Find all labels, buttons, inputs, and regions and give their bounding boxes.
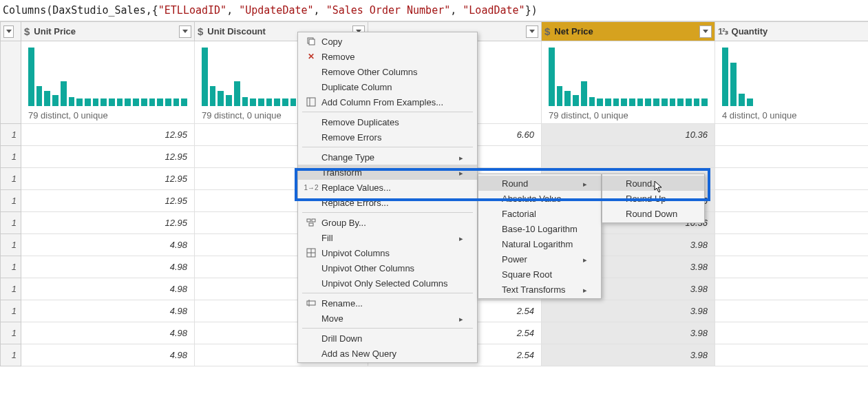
cell[interactable]: 1 [1,190,21,212]
menu-item-round[interactable]: Round... [602,176,704,191]
cell[interactable] [715,212,869,234]
transform-submenu[interactable]: RoundAbsolute ValueFactorialBase-10 Loga… [478,174,602,299]
formula-bar[interactable]: Columns(DaxStudio_Sales,{"ETLLoadID", "U… [0,0,868,21]
row-header-corner[interactable] [1,22,21,41]
menu-item-transform[interactable]: Transform [298,165,477,180]
menu-item-replace-errors[interactable]: Replace Errors... [298,195,477,210]
cell[interactable] [715,322,869,344]
integer-type-icon [718,26,728,37]
svg-rect-4 [307,219,310,222]
cell[interactable]: 4.98 [21,300,195,322]
cell[interactable] [715,300,869,322]
menu-item-square-root[interactable]: Square Root [478,267,601,282]
cell[interactable]: 12.95 [21,212,195,234]
copy-icon [304,37,319,46]
cell[interactable] [715,124,869,146]
menu-item-natural-logarithm[interactable]: Natural Logarithm [478,236,601,251]
menu-item-remove-errors[interactable]: Remove Errors [298,129,477,145]
round-submenu[interactable]: Round...Round UpRound Down [602,174,705,223]
cell[interactable]: 1 [1,300,21,322]
cell[interactable] [715,190,869,212]
cell[interactable]: 1 [1,124,21,146]
cell[interactable]: 1 [1,344,21,366]
column-header-net-price[interactable]: Net Price [542,22,715,41]
menu-item-label: Factorial [499,209,587,219]
menu-item-remove-duplicates[interactable]: Remove Duplicates [298,114,477,129]
menu-item-replace-values[interactable]: 1→2Replace Values... [298,180,477,195]
cell[interactable]: 1 [1,168,21,190]
submenu-arrow-icon [459,313,463,324]
column-filter-dropdown[interactable] [699,25,712,38]
cell[interactable]: 4.98 [21,256,195,278]
cell[interactable]: 4.98 [21,278,195,300]
cell[interactable]: 12.95 [21,124,195,146]
menu-item-label: Square Root [499,269,587,280]
menu-item-move[interactable]: Move [298,311,477,326]
cell[interactable]: 1 [1,234,21,256]
menu-item-text-transforms[interactable]: Text Transforms [478,282,601,297]
menu-item-absolute-value[interactable]: Absolute Value [478,191,601,206]
menu-item-change-type[interactable]: Change Type [298,149,477,165]
menu-item-factorial[interactable]: Factorial [478,206,601,221]
menu-item-add-column-from-examples[interactable]: Add Column From Examples... [298,94,477,110]
cell[interactable] [542,146,715,168]
cell[interactable]: 12.95 [21,146,195,168]
cell[interactable]: 3.98 [542,344,715,366]
menu-item-base-10-logarithm[interactable]: Base-10 Logarithm [478,221,601,236]
column-header-quantity[interactable]: Quantity [715,22,869,41]
menu-item-round-down[interactable]: Round Down [602,206,704,221]
menu-separator [302,212,473,213]
cell[interactable]: 1 [1,322,21,344]
cell[interactable] [715,168,869,190]
cell[interactable]: 3.98 [542,322,715,344]
profile-net-price: 79 distinct, 0 unique [542,41,715,124]
filter-icon[interactable] [3,25,14,38]
cell[interactable]: 10.36 [542,124,715,146]
menu-item-unpivot-other-columns[interactable]: Unpivot Other Columns [298,260,477,276]
cell[interactable]: 4.98 [21,322,195,344]
cell[interactable]: 3.98 [542,300,715,322]
menu-item-fill[interactable]: Fill [298,230,477,245]
menu-item-drill-down[interactable]: Drill Down [298,331,477,346]
menu-item-label: Base-10 Logarithm [499,224,587,234]
menu-separator [302,328,473,329]
menu-separator [302,293,473,293]
submenu-arrow-icon [459,167,463,178]
cell[interactable] [715,344,869,366]
cell[interactable]: 4.98 [21,344,195,366]
menu-item-remove[interactable]: ✕Remove [298,49,477,64]
menu-item-duplicate-column[interactable]: Duplicate Column [298,79,477,94]
cell[interactable]: 1 [1,212,21,234]
menu-item-unpivot-columns[interactable]: Unpivot Columns [298,245,477,260]
svg-rect-10 [307,301,315,305]
cell[interactable] [715,146,869,168]
menu-item-label: Replace Values... [319,183,463,193]
cell[interactable]: 4.98 [21,234,195,256]
profile-text: 79 distinct, 0 unique [549,110,708,121]
cell[interactable] [715,278,869,300]
column-filter-dropdown[interactable] [179,25,191,38]
menu-item-round[interactable]: Round [478,176,601,191]
menu-item-copy[interactable]: Copy [298,34,477,49]
menu-item-unpivot-only-selected-columns[interactable]: Unpivot Only Selected Columns [298,276,477,291]
menu-item-round-up[interactable]: Round Up [602,191,704,206]
menu-item-power[interactable]: Power [478,251,601,267]
cell[interactable]: 1 [1,146,21,168]
cell[interactable]: 1 [1,256,21,278]
submenu-arrow-icon [583,254,587,264]
cell[interactable] [715,234,869,256]
cell[interactable]: 12.95 [21,168,195,190]
menu-item-remove-other-columns[interactable]: Remove Other Columns [298,64,477,79]
cell[interactable]: 12.95 [21,190,195,212]
column-header-unit-price[interactable]: Unit Price [21,22,195,41]
column-filter-dropdown[interactable] [526,25,538,38]
menu-item-add-as-new-query[interactable]: Add as New Query [298,346,477,361]
column-context-menu[interactable]: Copy✕RemoveRemove Other ColumnsDuplicate… [297,32,478,363]
cell[interactable] [715,256,869,278]
menu-item-label: Group By... [319,218,463,228]
menu-item-label: Duplicate Column [319,82,463,92]
menu-item-label: Unpivot Columns [319,248,463,258]
cell[interactable]: 1 [1,278,21,300]
menu-item-rename[interactable]: Rename... [298,295,477,311]
menu-item-group-by[interactable]: Group By... [298,215,477,230]
